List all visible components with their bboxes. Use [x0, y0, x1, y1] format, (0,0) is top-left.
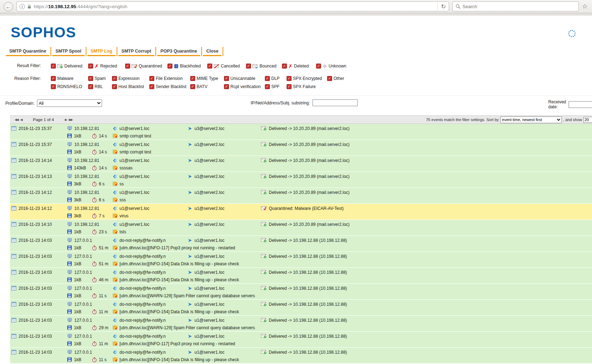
reason-filter-item[interactable]: ✓ Expression — [112, 75, 149, 82]
tab[interactable]: SMTP Quarantine — [6, 47, 49, 56]
checkbox-checked-icon[interactable]: ✓ — [265, 84, 270, 89]
tab[interactable]: SMTP Spool — [52, 47, 85, 56]
subject-note-icon — [113, 181, 117, 186]
log-row[interactable]: 2016-11-23 14:03 127.0.0.1 do-not-reply@… — [10, 284, 592, 300]
log-ip: 10.198.12.81 — [74, 142, 99, 147]
next-page-button[interactable]: ▶ — [65, 118, 67, 121]
url-text[interactable]: https://10.198.12.95:4444/qm/?lang=engli… — [34, 4, 435, 9]
info-icon[interactable]: i — [20, 4, 25, 9]
address-bar[interactable]: i https://10.198.12.95:4444/qm/?lang=eng… — [16, 1, 449, 11]
log-row[interactable]: 2016-11-23 14:14 10.198.12.81 u1@server1… — [10, 156, 592, 172]
reason-filter-item[interactable]: ✓ RBL — [88, 83, 112, 90]
tab-label: SMTP Log — [91, 49, 112, 54]
back-button[interactable]: ← — [4, 2, 13, 11]
checkbox-checked-icon[interactable]: ✓ — [207, 64, 212, 69]
checkbox-checked-icon[interactable]: ✓ — [112, 76, 117, 81]
log-row[interactable]: 2016-11-23 14:13 10.198.12.81 u1@server1… — [10, 172, 592, 188]
sort-select[interactable]: event time, newest first — [500, 116, 562, 123]
checkbox-checked-icon[interactable]: ✓ — [51, 76, 56, 81]
log-row[interactable]: 2016-11-23 14:03 127.0.0.1 do-not-reply@… — [10, 252, 592, 268]
first-page-button[interactable]: ◀◀ — [15, 118, 18, 121]
reason-filter-item[interactable]: ✓ Unscannable — [224, 75, 265, 82]
log-row[interactable]: 2016-11-23 14:12 10.198.12.81 u1@server1… — [10, 204, 592, 220]
log-row[interactable]: 2016-11-23 15:37 10.198.12.81 u1@server1… — [10, 140, 592, 156]
checkbox-checked-icon[interactable]: ✓ — [246, 64, 251, 69]
checkbox-checked-icon[interactable]: ✓ — [112, 84, 117, 89]
reason-filter-item[interactable]: ✓ Sender Blacklist — [149, 83, 190, 90]
log-ip: 10.198.12.81 — [74, 174, 99, 179]
log-size: 1kB — [74, 277, 81, 282]
checkbox-checked-icon[interactable]: ✓ — [51, 64, 56, 69]
result-filter-delivered[interactable]: ✓ Delivered — [51, 63, 88, 69]
checkbox-checked-icon[interactable]: ✓ — [88, 76, 93, 81]
substring-input[interactable] — [313, 99, 358, 106]
checkbox-checked-icon[interactable]: ✓ — [327, 76, 332, 81]
duration-clock-icon — [92, 261, 97, 266]
checkbox-checked-icon[interactable]: ✓ — [224, 84, 229, 89]
result-filter-deleted[interactable]: ✓ ✗ Deleted — [282, 63, 316, 69]
checkbox-checked-icon[interactable]: ✓ — [51, 84, 56, 89]
duration-clock-icon — [92, 181, 97, 186]
log-row[interactable]: 2016-11-23 14:03 127.0.0.1 do-not-reply@… — [10, 332, 592, 348]
reason-filter-item[interactable]: ✓ RDNS/HELO — [51, 83, 88, 90]
tab[interactable]: SMTP Log — [87, 47, 116, 56]
reason-filter-item[interactable]: ✓ Host Blacklist — [112, 83, 149, 90]
log-ip: 10.198.12.81 — [74, 158, 99, 163]
checkbox-checked-icon[interactable]: ✓ — [265, 76, 270, 81]
log-row[interactable]: 2016-11-23 14:03 127.0.0.1 do-not-reply@… — [10, 300, 592, 316]
checkbox-checked-icon[interactable]: ✓ — [287, 84, 292, 89]
bookmark-star-icon[interactable]: ☆ — [582, 2, 588, 10]
checkbox-checked-icon[interactable]: ✓ — [190, 84, 195, 89]
lock-icon[interactable] — [27, 4, 31, 9]
tab[interactable]: POP3 Quarantine — [157, 47, 200, 56]
search-input[interactable] — [463, 4, 576, 9]
checkbox-checked-icon[interactable]: ✓ — [88, 64, 93, 69]
reason-filter-item[interactable]: ✓ File Extension — [149, 75, 190, 82]
last-page-button[interactable]: ▶▶ — [69, 118, 73, 121]
tab[interactable]: SMTP Corrupt — [118, 47, 155, 56]
result-filter-quarantined[interactable]: ✓ Quarantined — [125, 63, 167, 69]
checkbox-checked-icon[interactable]: ✓ — [167, 64, 172, 69]
checkbox-checked-icon[interactable]: ✓ — [88, 84, 93, 89]
tab[interactable]: Close — [203, 47, 222, 56]
checkbox-checked-icon[interactable]: ✓ — [224, 76, 229, 81]
substring-label: IP/Net/Address/Subj. substring: — [251, 100, 310, 105]
reason-filter-item[interactable]: ✓ Other — [327, 75, 592, 82]
result-filter-unknown[interactable]: ✓ Unknown — [316, 63, 346, 69]
checkbox-checked-icon[interactable]: ✓ — [149, 84, 154, 89]
reason-filter-item[interactable]: ✓ Malware — [51, 75, 88, 82]
checkbox-checked-icon[interactable]: ✓ — [316, 64, 321, 69]
reason-filter-item[interactable]: ✓ Rcpt verification — [224, 83, 265, 90]
checkbox-checked-icon[interactable]: ✓ — [149, 76, 154, 81]
reason-filter-item[interactable]: ✓ BATV — [190, 83, 224, 90]
log-result: Delivered -> 10.198.12.88 (10.198.12.88) — [269, 270, 347, 275]
reason-filter-item[interactable]: ✓ MIME Type — [190, 75, 224, 82]
checkbox-checked-icon[interactable]: ✓ — [282, 64, 287, 69]
log-row[interactable]: 2016-11-23 14:10 10.198.12.81 u1@server1… — [10, 220, 592, 236]
reload-icon[interactable]: ↻ — [437, 3, 446, 10]
result-filter-rejected[interactable]: ✓ ✗ Rejected — [88, 63, 125, 69]
checkbox-checked-icon[interactable]: ✓ — [190, 76, 195, 81]
log-row[interactable]: 2016-11-23 14:03 127.0.0.1 do-not-reply@… — [10, 348, 592, 364]
reason-filter-item[interactable]: ✓ Spam — [88, 75, 112, 82]
log-row[interactable]: 2016-11-23 14:03 127.0.0.1 do-not-reply@… — [10, 236, 592, 252]
log-row[interactable]: 2016-11-23 14:03 127.0.0.1 do-not-reply@… — [10, 268, 592, 284]
reason-filter-item[interactable]: ✓ SPX Encrypted — [287, 75, 327, 82]
received-date-input[interactable] — [569, 101, 592, 108]
log-row[interactable]: 2016-11-23 14:12 10.198.12.81 u1@server1… — [10, 188, 592, 204]
prev-page-button[interactable]: ◀ — [20, 118, 22, 121]
log-duration: 11 m — [99, 309, 108, 314]
reason-filter-item[interactable]: ✓ SPF — [265, 83, 287, 90]
reason-filter-item[interactable]: ✓ DLP — [265, 75, 287, 82]
reason-filter-item[interactable]: ✓ SPX Failure — [287, 83, 327, 90]
browser-search-box[interactable] — [452, 1, 579, 11]
result-filter-bounced[interactable]: ✓ Bounced — [246, 63, 282, 69]
checkbox-checked-icon[interactable]: ✓ — [125, 64, 130, 69]
log-row[interactable]: 2016-11-23 15:37 10.198.12.81 u1@server1… — [10, 124, 592, 140]
show-count-input[interactable] — [583, 117, 592, 123]
result-filter-blackholed[interactable]: ✓ Blackholed — [167, 63, 207, 69]
profile-domain-select[interactable]: All — [37, 99, 102, 107]
checkbox-checked-icon[interactable]: ✓ — [287, 76, 292, 81]
result-filter-cancelled[interactable]: ✓ Cancelled — [207, 63, 246, 69]
log-row[interactable]: 2016-11-23 14:03 127.0.0.1 do-not-reply@… — [10, 316, 592, 332]
